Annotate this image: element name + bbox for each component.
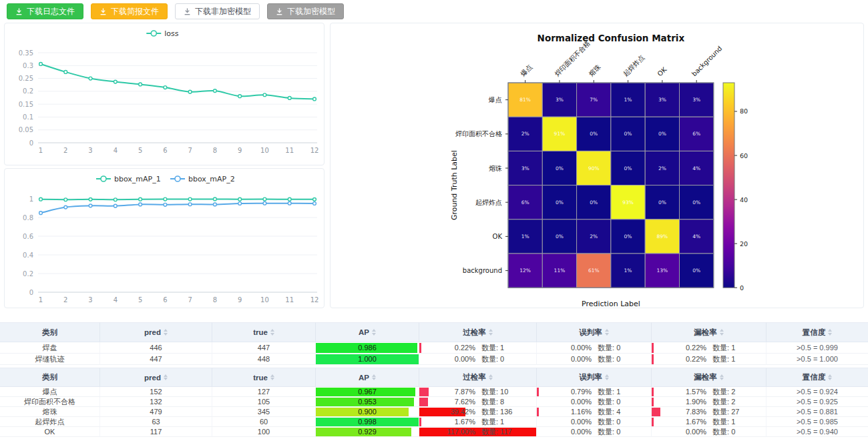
cell-miss-detect-rate: 1.57%数量: 2 (652, 387, 767, 397)
data-point (89, 77, 92, 80)
defect-metrics-table: 类别predtrueAP过检率误判率漏检率置信度爆点1521270.9677.8… (0, 368, 868, 437)
rate-quantity: 数量: 0 (598, 397, 651, 407)
download-encrypted-model-button[interactable]: 下载加密模型 (267, 3, 344, 19)
cell-category: 焊盘 (0, 342, 100, 354)
cell-miss-detect-rate: 1.90%数量: 2 (652, 397, 767, 407)
legend-marker-icon (151, 31, 156, 36)
data-point (89, 204, 92, 207)
legend-item-loss[interactable]: loss (146, 29, 179, 38)
cell-over-detect-rate: 117.00%数量: 117 (419, 427, 537, 437)
cell-true: 60 (212, 417, 316, 427)
download-log-button[interactable]: 下载日志文件 (7, 3, 83, 19)
cell-pred: 479 (100, 407, 212, 417)
cell-confidence: >0.5 = 1.000 (767, 354, 868, 365)
column-header-confidence[interactable]: 置信度 (767, 322, 868, 342)
grid-lines (38, 199, 317, 292)
cell-misjudge-rate: 0.00%数量: 0 (537, 342, 652, 354)
matrix-cell-value: 0% (658, 131, 666, 137)
column-header-label: 置信度 (803, 328, 826, 338)
x-axis-label: 焊印面积不合格 (554, 39, 592, 77)
rate-percent: 1.57% (652, 388, 706, 396)
colorbar-tick-label: 40 (740, 196, 748, 203)
column-header-over-detect-rate[interactable]: 过检率 (419, 322, 537, 342)
table-row: OK1171000.929117.00%数量: 1170.00%数量: 00.0… (0, 427, 868, 437)
column-header-label: 置信度 (803, 372, 826, 382)
cell-pred: 132 (100, 397, 212, 407)
column-header-misjudge-rate[interactable]: 误判率 (537, 322, 652, 342)
cell-category: 焊印面积不合格 (0, 397, 100, 407)
rate-percent: 7.62% (419, 398, 475, 406)
cell-confidence: >0.5 = 0.985 (767, 417, 868, 427)
grid-lines (38, 53, 317, 143)
column-header-over-detect-rate[interactable]: 过检率 (419, 368, 537, 387)
legend-item-bbox_mAP_1[interactable]: bbox_mAP_1 (96, 175, 161, 183)
x-axis-tick: 10 (260, 296, 269, 304)
column-header-misjudge-rate[interactable]: 误判率 (537, 368, 652, 387)
x-axis-tick: 3 (88, 147, 92, 154)
table-row: 熔珠4793450.90039.42%数量: 1361.16%数量: 47.83… (0, 407, 868, 417)
data-point (39, 63, 43, 66)
download-icon (276, 8, 283, 15)
y-axis-label: 爆点 (488, 96, 502, 103)
data-point (64, 71, 67, 74)
data-point (214, 89, 217, 93)
rate-percent: 0.00% (537, 418, 592, 426)
data-point (313, 97, 316, 101)
column-header-true[interactable]: true (212, 368, 316, 387)
rate-quantity: 数量: 27 (712, 407, 766, 417)
legend-marker-icon (175, 176, 180, 181)
download-unencrypted-model-button[interactable]: 下载非加密模型 (175, 3, 260, 19)
data-point (238, 202, 242, 205)
y-axis-tick: 0 (29, 289, 33, 296)
loss-chart: 00.050.10.150.20.250.30.3512345678910111… (5, 23, 324, 165)
column-header-true[interactable]: true (212, 322, 316, 342)
cell-misjudge-rate: 0.00%数量: 0 (537, 427, 652, 437)
cell-confidence: >0.5 = 0.924 (767, 387, 868, 397)
cell-miss-detect-rate: 0.00%数量: 0 (652, 427, 767, 437)
column-header-pred[interactable]: pred (100, 322, 212, 342)
sort-icon (164, 329, 168, 336)
matrix-cell-value: 91% (554, 131, 566, 137)
matrix-cell-value: 6% (521, 199, 529, 205)
ap-value: 0.986 (358, 344, 377, 352)
cell-true: 100 (212, 427, 316, 437)
x-axis-tick: 5 (138, 296, 142, 304)
column-header-label: 类别 (42, 328, 57, 338)
column-header-miss-detect-rate[interactable]: 漏检率 (652, 322, 767, 342)
table-header-row: 类别predtrueAP过检率误判率漏检率置信度 (0, 322, 868, 342)
cell-over-detect-rate: 39.42%数量: 136 (419, 407, 537, 417)
cell-misjudge-rate: 0.00%数量: 0 (537, 354, 652, 365)
rate-percent: 0.00% (537, 428, 592, 436)
legend-item-bbox_mAP_2[interactable]: bbox_mAP_2 (170, 175, 235, 183)
cell-pred: 63 (100, 417, 212, 427)
data-point (39, 211, 43, 215)
cell-category: 起焊炸点 (0, 417, 100, 427)
column-header-ap[interactable]: AP (316, 322, 419, 342)
rate-percent: 1.90% (652, 398, 706, 406)
rate-quantity: 数量: 1 (712, 417, 766, 427)
rate-percent: 0.00% (537, 344, 592, 352)
data-point (263, 93, 266, 97)
data-point (188, 197, 192, 201)
button-label: 下载日志文件 (27, 7, 75, 15)
table-row: 焊盘4464470.9860.22%数量: 10.00%数量: 00.22%数量… (0, 342, 868, 354)
column-header-confidence[interactable]: 置信度 (767, 368, 868, 387)
data-point (288, 201, 291, 205)
rate-percent: 0.00% (537, 398, 592, 406)
data-point (288, 197, 291, 201)
sort-icon (489, 374, 493, 381)
download-report-button[interactable]: 下载简报文件 (91, 3, 168, 19)
column-header-label: 漏检率 (694, 372, 717, 382)
column-header-pred[interactable]: pred (100, 368, 212, 387)
matrix-cell-value: 90% (588, 165, 600, 171)
cell-category: 爆点 (0, 387, 100, 397)
column-header-miss-detect-rate[interactable]: 漏检率 (652, 368, 767, 387)
rate-percent: 0.22% (419, 344, 475, 352)
confusion-matrix-card: Normalized Confusion Matrix81%3%7%1%3%3%… (330, 23, 864, 308)
data-point (238, 95, 242, 98)
x-axis-title: Prediction Label (582, 300, 640, 308)
y-axis-tick: 0.15 (19, 101, 33, 108)
column-header-ap[interactable]: AP (316, 368, 419, 387)
confidence-value: >0.5 = 0.924 (797, 388, 838, 396)
matrix-cell-value: 81% (519, 97, 531, 103)
